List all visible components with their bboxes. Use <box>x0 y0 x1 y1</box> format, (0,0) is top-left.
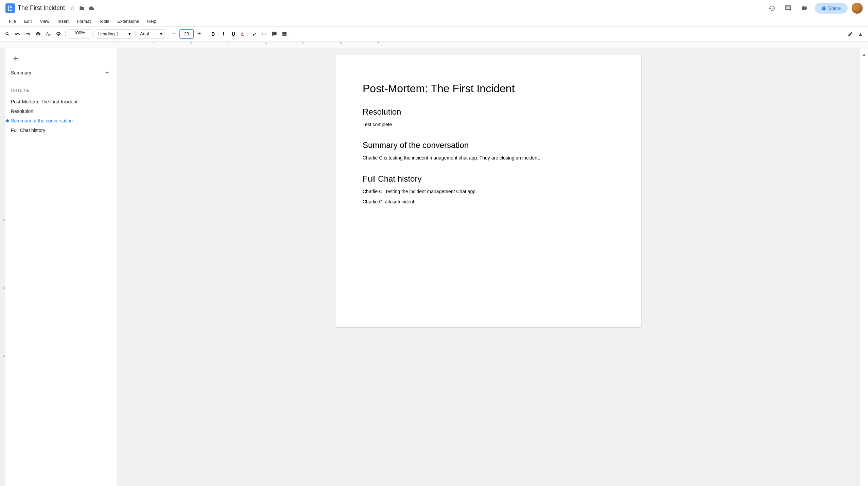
section-heading-chat[interactable]: Full Chat history <box>363 174 614 184</box>
collapse-toolbar-icon[interactable]: ▲ <box>856 29 865 39</box>
right-panel: ▲ <box>860 48 868 486</box>
cloud-icon[interactable] <box>88 5 95 12</box>
section-body-chat-line1[interactable]: Charlie C: Testing the incident manageme… <box>363 188 614 195</box>
header-right: Share <box>766 2 863 14</box>
star-icon[interactable]: ☆ <box>69 5 76 12</box>
link-icon[interactable] <box>259 29 269 39</box>
document-heading-1[interactable]: Post-Mortem: The First Incident <box>363 82 614 95</box>
folder-icon[interactable] <box>79 5 85 12</box>
title-actions: ☆ <box>69 5 95 12</box>
sidebar-add-button[interactable]: + <box>103 69 111 77</box>
history-icon[interactable] <box>766 2 778 14</box>
font-select[interactable]: Arial ▾ <box>138 29 165 39</box>
redo-icon[interactable] <box>23 29 33 39</box>
font-size-decrease[interactable]: − <box>169 29 179 39</box>
style-select[interactable]: Heading 1 ▾ <box>96 29 133 39</box>
sidebar-divider <box>11 84 111 84</box>
menu-view[interactable]: View <box>36 17 53 25</box>
menu-help[interactable]: Help <box>144 17 160 25</box>
title-bar: The First Incident ☆ Share <box>0 0 868 16</box>
menu-file[interactable]: File <box>5 17 19 25</box>
sidebar-back-button[interactable] <box>11 54 20 63</box>
italic-button[interactable]: I <box>219 29 228 39</box>
section-body-chat-line2[interactable]: Charlie C: /closeIncident <box>363 198 614 205</box>
text-color-icon[interactable]: A <box>239 29 248 39</box>
section-body-summary[interactable]: Charlie C is testing the incident manage… <box>363 154 614 162</box>
menu-extensions[interactable]: Extensions <box>114 17 142 25</box>
menu-tools[interactable]: Tools <box>96 17 112 25</box>
svg-rect-1 <box>241 35 244 36</box>
bold-button[interactable]: B <box>208 29 218 39</box>
menu-edit[interactable]: Edit <box>21 17 35 25</box>
more-options-icon[interactable]: ⋯ <box>290 29 299 39</box>
underline-button[interactable]: U <box>229 29 238 39</box>
main-area: 1 2 3 4 Summary + Outline Post-Mortem: T… <box>0 48 868 486</box>
toolbar: 100% Heading 1 ▾ Arial ▾ − 20 + B I U A … <box>0 27 868 41</box>
share-button[interactable]: Share <box>815 3 848 14</box>
comments-icon[interactable] <box>782 2 794 14</box>
video-icon[interactable] <box>798 2 811 14</box>
section-heading-summary[interactable]: Summary of the conversation <box>363 140 614 150</box>
section-body-resolution[interactable]: Test complete <box>363 121 614 128</box>
toolbar-divider-2 <box>93 31 94 37</box>
sidebar-summary-label: Summary <box>11 70 31 76</box>
zoom-select[interactable]: 100% <box>68 29 91 39</box>
ruler: 1 1 2 3 4 5 6 7 <box>0 41 868 48</box>
outline-item-1[interactable]: Resolution <box>11 106 111 116</box>
edit-mode-icon[interactable] <box>846 29 855 39</box>
menu-insert[interactable]: Insert <box>54 17 72 25</box>
avatar[interactable] <box>852 3 863 14</box>
sidebar-outline-label: Outline <box>11 88 111 93</box>
document-area[interactable]: Post-Mortem: The First Incident Resoluti… <box>117 48 860 486</box>
svg-text:A: A <box>241 31 244 35</box>
paint-format-icon[interactable] <box>54 29 63 39</box>
font-size-increase[interactable]: + <box>194 29 204 39</box>
search-icon[interactable] <box>3 29 12 39</box>
outline-active-indicator <box>6 119 9 122</box>
toolbar-divider-4 <box>167 31 167 37</box>
highlight-icon[interactable] <box>249 29 259 39</box>
spellcheck-icon[interactable] <box>44 29 53 39</box>
outline-item-3[interactable]: Full Chat history <box>11 125 111 135</box>
menu-format[interactable]: Format <box>73 17 94 25</box>
toolbar-divider-3 <box>135 31 136 37</box>
font-size-input[interactable]: 20 <box>179 29 194 39</box>
left-margin: 1 2 3 4 <box>0 48 5 486</box>
document-title: The First Incident <box>18 4 65 12</box>
app-icon <box>5 3 15 13</box>
comment-icon[interactable] <box>270 29 279 39</box>
toolbar-divider-1 <box>65 31 66 37</box>
sidebar: Summary + Outline Post-Mortem: The First… <box>5 48 117 486</box>
print-icon[interactable] <box>33 29 43 39</box>
collapse-right-icon[interactable]: ▲ <box>861 51 868 58</box>
toolbar-divider-5 <box>206 31 206 37</box>
undo-icon[interactable] <box>13 29 22 39</box>
outline-item-2[interactable]: Summary of the conversation <box>11 116 111 125</box>
sidebar-summary-row: Summary + <box>11 69 111 77</box>
section-heading-resolution[interactable]: Resolution <box>363 107 614 117</box>
menu-bar: File Edit View Insert Format Tools Exten… <box>0 16 868 27</box>
outline-item-0[interactable]: Post-Mortem: The First Incident <box>11 97 111 106</box>
image-icon[interactable] <box>280 29 289 39</box>
document-page[interactable]: Post-Mortem: The First Incident Resoluti… <box>335 55 641 327</box>
